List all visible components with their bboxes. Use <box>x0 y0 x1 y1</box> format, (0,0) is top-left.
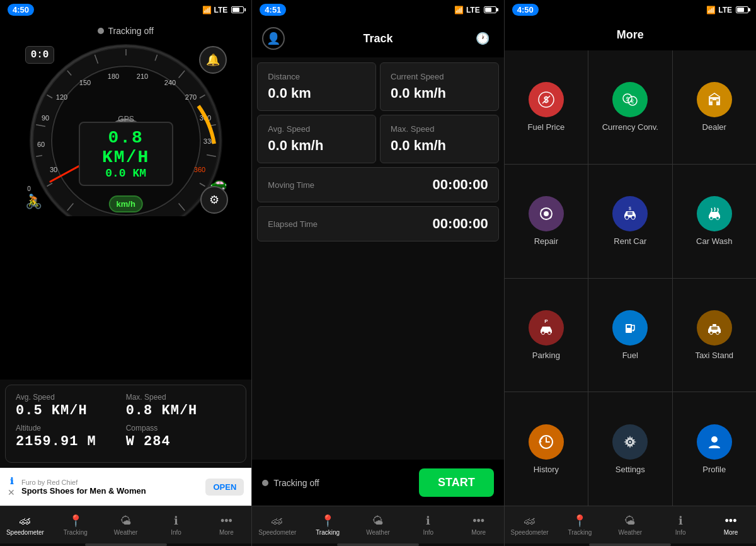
track-profile-icon[interactable]: 👤 <box>262 27 285 50</box>
more-panel: 4:50 📶 LTE More $ Fuel Price <box>505 0 756 546</box>
battery-icon-1 <box>231 6 244 13</box>
settings-grid-icon <box>612 424 648 460</box>
settings-icon-btn[interactable]: ⚙ <box>200 186 228 214</box>
svg-text:270: 270 <box>185 93 196 101</box>
track-max-speed-value: 0.0 km/h <box>391 137 488 154</box>
nav-info-3[interactable]: ℹ Info <box>655 506 706 543</box>
status-time-1: 4:50 <box>8 4 34 16</box>
status-right-1: 📶 LTE <box>202 6 244 15</box>
svg-point-80 <box>629 441 631 443</box>
grid-item-fuel-price[interactable]: $ Fuel Price <box>505 50 588 164</box>
nav-tracking-2[interactable]: 📍 Tracking <box>302 506 353 543</box>
stats-panel: Avg. Speed 0.5 KM/H Max. Speed 0.8 KM/H … <box>5 385 246 463</box>
tracking-status-label-1: Tracking off <box>108 26 153 36</box>
nav-weather-1[interactable]: 🌤 Weather <box>101 506 151 543</box>
nav-info-2[interactable]: ℹ Info <box>403 506 454 543</box>
svg-point-64 <box>541 331 544 334</box>
dealer-label: Dealer <box>702 122 726 132</box>
nav-weather-icon-1: 🌤 <box>120 514 132 528</box>
metrics-row-1: Distance 0.0 km Current Speed 0.0 km/h <box>257 62 498 111</box>
grid-item-history[interactable]: History <box>505 392 588 506</box>
grid-item-repair[interactable]: Repair <box>505 165 588 278</box>
nav-weather-3[interactable]: 🌤 Weather <box>605 506 655 543</box>
nav-more-1[interactable]: ••• More <box>201 506 251 543</box>
track-tracking-dot <box>262 480 268 486</box>
nav-tracking-1[interactable]: 📍 Tracking <box>50 506 101 543</box>
nav-weather-2[interactable]: 🌤 Weather <box>353 506 403 543</box>
cyclist-icon-area: 🚴 <box>25 194 42 210</box>
max-speed-stat: Max. Speed 0.8 KM/H <box>126 393 236 419</box>
taxi-icon <box>697 310 732 346</box>
bottom-nav-2: 🏎 Speedometer 📍 Tracking 🌤 Weather ℹ Inf… <box>252 506 503 543</box>
ad-open-button[interactable]: OPEN <box>205 479 244 496</box>
track-header: 👤 Track 🕐 <box>252 20 503 57</box>
grid-item-fuel[interactable]: Fuel <box>588 279 672 392</box>
svg-text:$: $ <box>629 206 631 211</box>
grid-item-parking[interactable]: P Parking <box>505 279 588 392</box>
grid-item-settings[interactable]: Settings <box>588 392 672 506</box>
svg-text:120: 120 <box>55 93 67 101</box>
stats-row-1: Avg. Speed 0.5 KM/H Max. Speed 0.8 KM/H <box>16 393 236 419</box>
nav-speedometer-2[interactable]: 🏎 Speedometer <box>252 506 302 543</box>
svg-point-55 <box>544 211 549 216</box>
parking-icon: P <box>529 310 564 346</box>
time-counter: 0:0 <box>25 46 55 64</box>
nav-info-label-1: Info <box>171 529 181 536</box>
nav-info-1[interactable]: ℹ Info <box>151 506 202 543</box>
grid-item-profile[interactable]: Profile <box>673 392 756 506</box>
ad-title: Sports Shoes for Men & Women <box>21 486 199 496</box>
bell-icon-btn[interactable]: 🔔 <box>199 46 227 74</box>
moving-time-row: Moving Time 00:00:00 <box>257 167 498 202</box>
nav-speedometer-label-1: Speedometer <box>6 529 44 536</box>
svg-point-59 <box>631 216 635 219</box>
track-history-icon[interactable]: 🕐 <box>471 27 494 50</box>
svg-point-63 <box>716 217 719 220</box>
time-counter-display: 0:0 <box>25 46 55 64</box>
nav-more-3[interactable]: ••• More <box>706 506 756 543</box>
compass-stat: Compass W 284 <box>126 424 236 450</box>
battery-icon-2 <box>484 6 496 13</box>
nav-speedometer-1[interactable]: 🏎 Speedometer <box>0 506 50 543</box>
nav-speedometer-label-3: Speedometer <box>511 529 549 536</box>
status-right-3: 📶 LTE <box>706 6 748 15</box>
speed-value: 0.8 KM/H <box>93 128 159 167</box>
grid-item-rent-car[interactable]: $ Rent Car <box>588 165 672 278</box>
battery-icon-3 <box>736 6 748 13</box>
nav-more-icon-2: ••• <box>472 514 484 528</box>
bottom-nav-1: 🏎 Speedometer 📍 Tracking 🌤 Weather ℹ Inf… <box>0 506 251 543</box>
nav-info-label-3: Info <box>675 529 686 536</box>
max-speed-value: 0.8 KM/H <box>126 403 236 419</box>
elapsed-time-value: 00:00:00 <box>433 216 488 232</box>
start-button[interactable]: START <box>419 468 494 497</box>
settings-label: Settings <box>616 465 645 474</box>
signal-bars-2: 📶 <box>454 6 464 15</box>
svg-text:€: € <box>631 98 634 105</box>
grid-item-taxi[interactable]: Taxi Stand <box>673 279 756 392</box>
settings-btn[interactable]: ⚙ <box>200 186 228 214</box>
svg-point-65 <box>547 331 551 334</box>
grid-item-dealer[interactable]: Dealer <box>673 50 756 164</box>
svg-point-58 <box>625 216 629 219</box>
nav-speedometer-icon-2: 🏎 <box>272 514 283 528</box>
bell-button[interactable]: 🔔 <box>199 46 227 74</box>
more-header: More <box>505 20 756 50</box>
unit-badge-area[interactable]: km/h <box>108 195 142 212</box>
current-speed-value: 0.0 km/h <box>391 85 488 102</box>
altitude-label: Altitude <box>16 424 126 433</box>
grid-item-currency[interactable]: $ € Currency Conv. <box>588 50 672 164</box>
avg-speed-label: Avg. Speed <box>16 393 126 402</box>
nav-speedometer-3[interactable]: 🏎 Speedometer <box>505 506 555 543</box>
svg-rect-53 <box>716 99 719 102</box>
svg-rect-52 <box>710 99 713 102</box>
nav-weather-label-1: Weather <box>114 529 138 536</box>
ad-close-icon[interactable]: ✕ <box>8 487 15 497</box>
nav-tracking-3[interactable]: 📍 Tracking <box>555 506 605 543</box>
dist-value: 0.0 KM <box>93 167 159 180</box>
status-time-2: 4:51 <box>260 4 286 16</box>
distance-label: Distance <box>268 72 365 81</box>
track-bottom: Tracking off START <box>252 460 503 506</box>
unit-badge[interactable]: km/h <box>108 195 142 212</box>
svg-text:0: 0 <box>27 185 31 192</box>
grid-item-car-wash[interactable]: Car Wash <box>673 165 756 278</box>
nav-more-2[interactable]: ••• More <box>454 506 504 543</box>
